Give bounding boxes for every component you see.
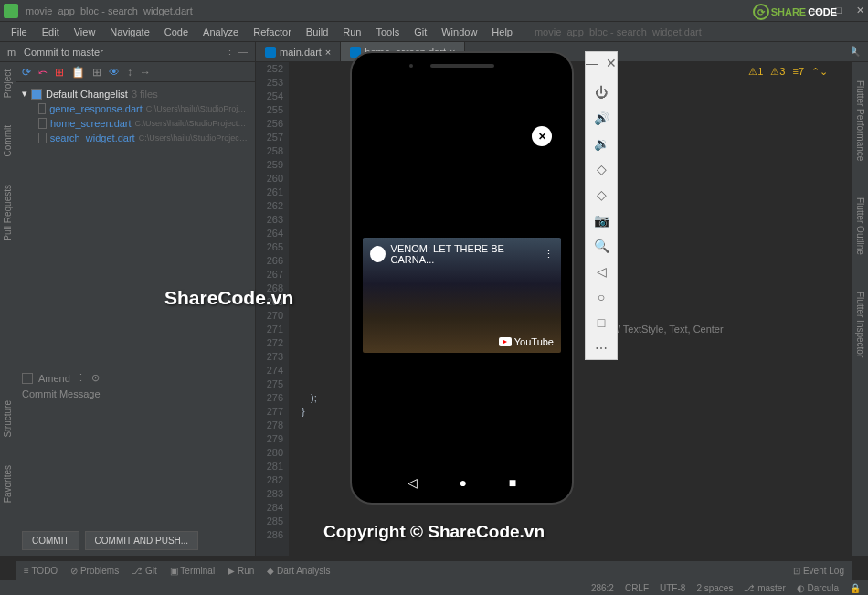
todo-tab[interactable]: ≡ TODO xyxy=(24,566,58,576)
rotate-left-icon[interactable]: ◇ xyxy=(597,162,607,176)
dart-icon xyxy=(265,47,276,58)
dart-tab[interactable]: ◆ Dart Analysis xyxy=(267,566,330,576)
run-tab[interactable]: ▶ Run xyxy=(228,566,254,576)
emulator-toolbar: —✕ ⏻ 🔊 🔉 ◇ ◇ 📷 🔍 ◁ ○ □ ⋯ xyxy=(585,51,618,360)
shelve-icon[interactable]: 📋 xyxy=(71,66,85,79)
changelist-root[interactable]: ▾ Default Changelist 3 files xyxy=(22,86,249,101)
menu-code[interactable]: Code xyxy=(159,25,194,39)
zoom-icon[interactable]: 🔍 xyxy=(594,239,609,253)
emu-more-icon[interactable]: ⋯ xyxy=(595,341,608,356)
menu-help[interactable]: Help xyxy=(486,25,518,39)
emu-back-icon[interactable]: ◁ xyxy=(597,264,607,279)
rollback-icon[interactable]: ⤺ xyxy=(38,66,48,79)
file-count: 3 files xyxy=(132,89,158,100)
commit-buttons: COMMIT COMMIT AND PUSH... xyxy=(22,531,198,550)
amend-row: Amend ⋮ ⊙ xyxy=(22,372,100,384)
expand-icon[interactable]: ↕ xyxy=(127,66,132,79)
status-bar: 286:2 CRLF UTF-8 2 spaces ⎇ master ◐ Dar… xyxy=(0,580,868,595)
channel-avatar xyxy=(370,246,386,262)
gear-icon[interactable]: ⋮ — xyxy=(225,46,248,58)
flutter-outline-tab[interactable]: Flutter Outline xyxy=(855,197,865,255)
git-branch[interactable]: ⎇ master xyxy=(744,583,785,593)
eventlog-tab[interactable]: ⊡ Event Log xyxy=(793,566,844,576)
menu-tools[interactable]: Tools xyxy=(370,25,405,39)
close-tab-icon[interactable]: × xyxy=(325,47,331,58)
recent-icon[interactable]: ■ xyxy=(509,475,516,490)
emu-overview-icon[interactable]: □ xyxy=(598,315,605,330)
menu-run[interactable]: Run xyxy=(337,25,366,39)
project-tab[interactable]: Project xyxy=(3,69,13,98)
menu-edit[interactable]: Edit xyxy=(37,25,65,39)
power-icon[interactable]: ⏻ xyxy=(595,85,608,100)
amend-label: Amend xyxy=(38,373,70,384)
indent[interactable]: 2 spaces xyxy=(696,583,733,593)
menu-view[interactable]: View xyxy=(69,25,101,39)
window-title: movie_app_bloc - search_widget.dart xyxy=(26,5,810,16)
commit-push-button[interactable]: COMMIT AND PUSH... xyxy=(85,531,199,550)
menu-build[interactable]: Build xyxy=(301,25,333,39)
theme[interactable]: ◐ Darcula xyxy=(797,583,839,593)
flutter-inspector-tab[interactable]: Flutter Inspector xyxy=(855,292,865,357)
lock-icon[interactable]: 🔒 xyxy=(850,583,861,593)
menu-title: movie_app_bloc - search_widget.dart xyxy=(529,25,707,39)
more-icon[interactable]: ⋮ xyxy=(76,372,86,384)
screenshot-icon[interactable]: 📷 xyxy=(594,213,609,228)
line-ending[interactable]: CRLF xyxy=(625,583,649,593)
emu-close-icon[interactable]: ✕ xyxy=(606,56,617,70)
amend-checkbox[interactable] xyxy=(22,373,33,384)
structure-tab[interactable]: Structure xyxy=(3,400,13,438)
emulator-screen[interactable]: ✕ VENOM: LET THERE BE CARNA... ⋮ YouTube… xyxy=(359,60,565,495)
diff-icon[interactable]: ⊞ xyxy=(55,66,64,79)
menu-navigate[interactable]: Navigate xyxy=(104,25,154,39)
gutter: 2522532542552562572582592602612622632642… xyxy=(256,62,289,556)
encoding[interactable]: UTF-8 xyxy=(660,583,685,593)
video-title: VENOM: LET THERE BE CARNA... xyxy=(391,243,538,265)
menu-analyze[interactable]: Analyze xyxy=(197,25,244,39)
menu-refactor[interactable]: Refactor xyxy=(248,25,297,39)
back-icon[interactable]: ◁ xyxy=(408,475,418,490)
commit-message[interactable]: Commit Message xyxy=(22,388,249,521)
menu-window[interactable]: Window xyxy=(436,25,482,39)
close-icon[interactable]: ✕ xyxy=(856,5,864,16)
rotate-right-icon[interactable]: ◇ xyxy=(597,187,607,202)
commit-header: Commit to master ⋮ — xyxy=(16,42,255,62)
favorites-tab[interactable]: Favorites xyxy=(3,465,13,503)
pullreq-tab[interactable]: Pull Requests xyxy=(3,185,13,241)
volume-down-icon[interactable]: 🔉 xyxy=(594,136,609,151)
refresh-icon[interactable]: ⟳ xyxy=(22,66,31,79)
group-icon[interactable]: ⊞ xyxy=(92,66,101,79)
emulator-device: ✕ VENOM: LET THERE BE CARNA... ⋮ YouTube… xyxy=(350,51,574,505)
commit-tab[interactable]: Commit xyxy=(3,125,13,156)
collapse-icon[interactable]: ↔ xyxy=(140,66,151,79)
file-item[interactable]: genre_response.dartC:\Users\hailu\Studio… xyxy=(22,101,249,116)
changelist: ▾ Default Changelist 3 files genre_respo… xyxy=(16,82,255,149)
history-icon[interactable]: ⊙ xyxy=(91,372,100,384)
menu-file[interactable]: File xyxy=(5,25,33,39)
title-bar: movie_app_bloc - search_widget.dart — □ … xyxy=(0,0,868,22)
file-item[interactable]: home_screen.dartC:\Users\hailu\StudioPro… xyxy=(22,116,249,131)
menu-git[interactable]: Git xyxy=(408,25,432,39)
view-icon[interactable]: 👁 xyxy=(109,66,120,79)
flutter-perf-tab[interactable]: Flutter Performance xyxy=(855,80,865,161)
cursor-pos[interactable]: 286:2 xyxy=(591,583,614,593)
more-icon[interactable]: ⋮ xyxy=(544,249,554,260)
youtube-badge: YouTube xyxy=(499,336,554,347)
terminal-tab[interactable]: ▣ Terminal xyxy=(170,566,215,576)
video-player[interactable]: VENOM: LET THERE BE CARNA... ⋮ YouTube xyxy=(363,238,561,353)
app-icon xyxy=(4,4,18,18)
problems-tab[interactable]: ⊘ Problems xyxy=(70,566,119,576)
youtube-icon xyxy=(499,337,512,346)
menu-bar: File Edit View Navigate Code Analyze Ref… xyxy=(0,22,868,42)
commit-button[interactable]: COMMIT xyxy=(22,531,79,550)
close-video-button[interactable]: ✕ xyxy=(532,126,552,146)
editor-tab[interactable]: main.dart× xyxy=(256,42,341,61)
git-tab[interactable]: ⎇ Git xyxy=(132,566,157,576)
file-item[interactable]: search_widget.dartC:\Users\hailu\StudioP… xyxy=(22,131,249,145)
volume-up-icon[interactable]: 🔊 xyxy=(594,111,609,125)
emu-minimize-icon[interactable]: — xyxy=(586,56,598,70)
commit-title: Commit to master xyxy=(24,47,103,58)
android-nav: ◁ ● ■ xyxy=(359,475,565,490)
bottom-tool-bar: ≡ TODO ⊘ Problems ⎇ Git ▣ Terminal ▶ Run… xyxy=(16,560,852,580)
emu-home-icon[interactable]: ○ xyxy=(598,290,605,304)
home-icon[interactable]: ● xyxy=(460,475,467,490)
